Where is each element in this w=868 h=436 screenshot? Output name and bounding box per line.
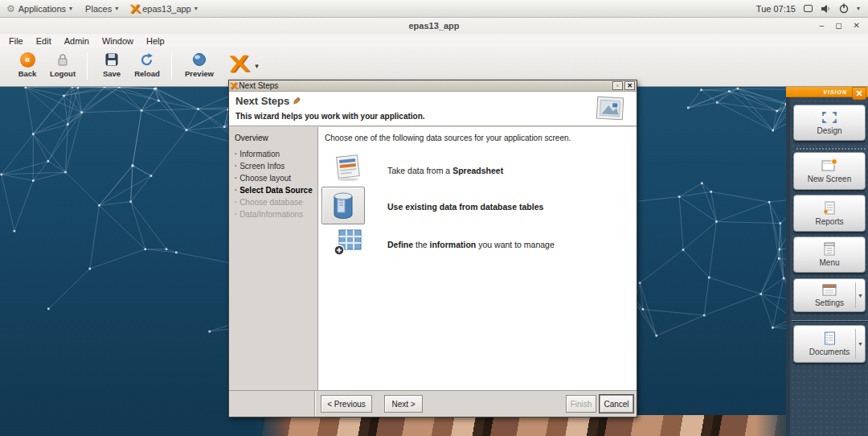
close-button[interactable]: ✕ [854,22,860,30]
window-title: epas13_app [0,21,868,31]
step-screen-infos[interactable]: Screen Infos [235,162,317,171]
reload-button[interactable]: Reload [129,51,165,78]
settings-icon [822,284,837,296]
app-x-icon: X [129,2,141,15]
wallpaper-hand-photo [257,415,788,436]
new-screen-icon [821,158,837,172]
documents-icon [822,331,837,345]
vision-title: VISION [823,89,847,95]
menu-icon [822,242,837,256]
volume-icon[interactable] [821,4,831,14]
option-define-label[interactable]: Define the information you want to manag… [387,240,555,249]
reports-label: Reports [815,217,843,226]
step-choose-layout[interactable]: Choose layout [235,174,317,183]
next-steps-dialog: X Next Steps ▫ ✕ Next Steps✎ This wizard… [228,80,637,417]
chevron-down-icon: ▾ [69,5,72,12]
menu-window[interactable]: Window [96,35,139,47]
sidebar-separator [792,320,868,321]
applications-icon: ⚙ [6,3,15,14]
toolbar-dropdown-caret[interactable]: ▾ [255,62,259,70]
design-button[interactable]: Design [793,105,866,141]
display-icon[interactable] [804,5,813,12]
nav-header: Overview [235,134,317,142]
cancel-button[interactable]: Cancel [600,395,633,413]
save-icon [104,52,119,68]
settings-label: Settings [815,298,844,307]
design-icon [821,111,837,124]
preview-button[interactable]: Preview [178,51,220,78]
documents-label: Documents [809,348,850,356]
next-button[interactable]: Next > [384,395,423,413]
dialog-title: Next Steps [239,81,611,90]
places-menu[interactable]: Places ▾ [79,0,125,17]
menu-edit[interactable]: Edit [31,35,57,47]
maximize-button[interactable]: ◻ [835,22,841,30]
dialog-subtitle: This wizard helps you work with your app… [235,112,425,121]
logout-label: Logout [50,69,76,78]
menu-file[interactable]: File [3,35,29,47]
screen: ⚙ Applications ▾ Places ▾ X epas13_app ▾… [0,0,868,436]
spreadsheet-icon[interactable] [333,153,363,182]
define-table-plus-icon[interactable] [333,228,363,256]
power-icon[interactable] [839,3,849,14]
option-database-selected-box[interactable] [321,187,365,224]
dialog-close-button[interactable]: ✕ [624,81,635,90]
menu-button[interactable]: Menu [793,237,866,273]
vision-palette: VISION ✕ Design New Screen [786,87,868,436]
previous-button[interactable]: < Previous [321,395,372,413]
toolbar-separator [87,52,88,80]
settings-button[interactable]: Settings ▼ [793,278,866,312]
menu-admin[interactable]: Admin [59,35,95,47]
dialog-titlebar[interactable]: X Next Steps ▫ ✕ [229,80,637,92]
reload-icon [140,52,154,68]
applications-menu[interactable]: ⚙ Applications ▾ [0,0,79,17]
step-information[interactable]: Information [235,150,317,158]
step-select-data-source[interactable]: Select Data Source [235,186,317,195]
dialog-body: Overview Information Screen Infos Choose… [229,127,637,390]
sidebar-separator [796,148,866,150]
logout-button[interactable]: Logout [45,51,80,78]
minimize-button[interactable]: – [820,22,825,30]
dialog-maximize-button[interactable]: ▫ [612,81,623,90]
documents-dropdown-caret[interactable]: ▼ [855,329,865,359]
app-menubar: File Edit Admin Window Help [0,34,868,47]
app-titlebar: epas13_app – ◻ ✕ [0,18,868,34]
back-button[interactable]: « Back [10,51,45,78]
dialog-main-pane: Choose one of the following data sources… [318,127,637,390]
app-indicator-label: epas13_app [142,4,191,14]
back-label: Back [18,69,37,78]
documents-button[interactable]: Documents ▼ [793,325,866,363]
chevron-down-icon[interactable]: ▾ [857,5,860,12]
toolbar-separator [171,52,172,80]
reports-button[interactable]: Reports [793,195,866,232]
logout-icon [55,52,70,68]
top-panel: ⚙ Applications ▾ Places ▾ X epas13_app ▾… [0,0,868,18]
option-spreadsheet-label[interactable]: Take data from a Spreadsheet [387,166,503,175]
wizard-image-icon [595,96,625,121]
settings-dropdown-caret[interactable]: ▼ [855,282,865,308]
preview-label: Preview [185,69,214,78]
chevron-down-icon: ▾ [115,5,118,12]
app-indicator-menu[interactable]: X epas13_app ▾ [125,0,204,17]
database-icon [332,191,354,220]
app-logo-x-icon: X [228,52,250,76]
dialog-footer: < Previous Next > Finish Cancel [229,390,637,417]
wizard-steps-nav: Overview Information Screen Infos Choose… [229,127,318,390]
menu-help[interactable]: Help [141,35,170,47]
chevron-down-icon: ▾ [194,5,198,12]
menu-label: Menu [819,258,839,267]
clock[interactable]: Tue 07:15 [756,4,796,14]
save-button[interactable]: Save [94,51,129,78]
back-icon: « [20,52,35,68]
new-screen-label: New Screen [808,175,851,183]
option-database-label[interactable]: Use existing data from database tables [387,202,543,212]
design-label: Design [817,126,841,135]
vision-close-button[interactable]: ✕ [852,87,866,100]
step-data-informations: Data/Informations [235,210,317,219]
instruction-text: Choose one of the following data sources… [325,134,571,142]
reports-icon [822,201,837,215]
save-label: Save [103,69,121,78]
new-screen-button[interactable]: New Screen [793,152,866,190]
dialog-app-icon: X [230,81,238,90]
dialog-heading: Next Steps✎ [235,95,301,107]
